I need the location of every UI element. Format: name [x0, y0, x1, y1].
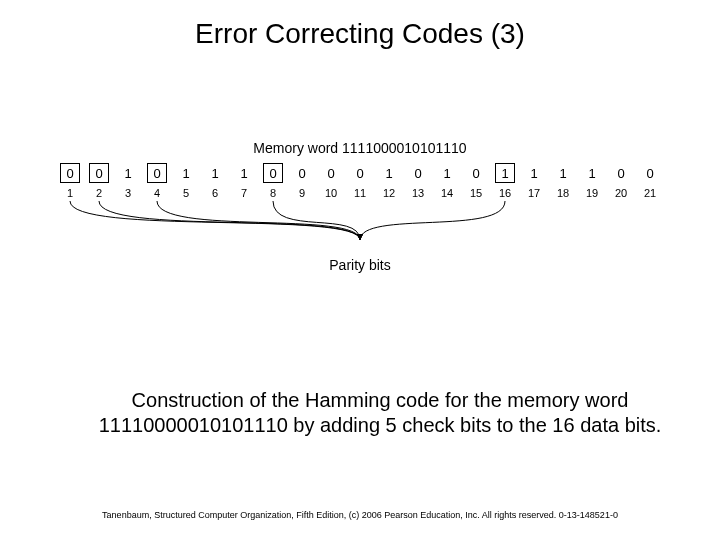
data-bit-value: 0 — [346, 162, 375, 184]
bit-index: 4 — [143, 187, 172, 199]
data-bit-value: 0 — [462, 162, 491, 184]
parity-bit-box: 0 — [60, 163, 80, 183]
data-bit-value: 0 — [317, 162, 346, 184]
data-bit-value: 0 — [636, 162, 665, 184]
bit-index: 6 — [201, 187, 230, 199]
bit-index: 9 — [288, 187, 317, 199]
bit-index: 18 — [549, 187, 578, 199]
data-bit-value: 1 — [201, 162, 230, 184]
data-bit-value: 1 — [578, 162, 607, 184]
bit-index: 8 — [259, 187, 288, 199]
bit-cell: 15 — [172, 162, 201, 199]
bit-index: 21 — [636, 187, 665, 199]
caption-text: Construction of the Hamming code for the… — [80, 388, 680, 438]
bit-index: 12 — [375, 187, 404, 199]
data-bit-value: 1 — [114, 162, 143, 184]
bit-index: 13 — [404, 187, 433, 199]
data-bit-value: 1 — [520, 162, 549, 184]
bit-index: 3 — [114, 187, 143, 199]
bit-cell: 118 — [549, 162, 578, 199]
bit-cell: 02 — [85, 162, 114, 199]
bit-cell: 04 — [143, 162, 172, 199]
parity-bit-box: 0 — [89, 163, 109, 183]
bit-index: 16 — [491, 187, 520, 199]
bit-cell: 117 — [520, 162, 549, 199]
bit-cell: 011 — [346, 162, 375, 199]
bit-index: 10 — [317, 187, 346, 199]
bit-cell: 13 — [114, 162, 143, 199]
bit-cell: 010 — [317, 162, 346, 199]
bit-cell: 114 — [433, 162, 462, 199]
data-bit-value: 1 — [549, 162, 578, 184]
parity-bit-box: 1 — [495, 163, 515, 183]
bit-index: 5 — [172, 187, 201, 199]
bit-cell: 17 — [230, 162, 259, 199]
bit-cell: 020 — [607, 162, 636, 199]
parity-bit-box: 0 — [263, 163, 283, 183]
bit-index: 19 — [578, 187, 607, 199]
data-bit-value: 1 — [375, 162, 404, 184]
bit-index: 11 — [346, 187, 375, 199]
bit-cell: 116 — [491, 162, 520, 199]
bit-cell: 112 — [375, 162, 404, 199]
bit-cell: 021 — [636, 162, 665, 199]
bit-index: 15 — [462, 187, 491, 199]
bit-cell: 01 — [56, 162, 85, 199]
bit-cell: 015 — [462, 162, 491, 199]
parity-bit-box: 0 — [147, 163, 167, 183]
parity-arrows — [50, 140, 670, 260]
bit-index: 20 — [607, 187, 636, 199]
data-bit-value: 0 — [404, 162, 433, 184]
footer-text: Tanenbaum, Structured Computer Organizat… — [0, 510, 720, 520]
figure: Memory word 1111000010101110 01021304151… — [50, 140, 670, 273]
bit-cell: 119 — [578, 162, 607, 199]
data-bit-value: 1 — [172, 162, 201, 184]
bit-row: 0102130415161708090100111120131140151161… — [50, 162, 670, 199]
bit-index: 17 — [520, 187, 549, 199]
data-bit-value: 0 — [607, 162, 636, 184]
bit-index: 7 — [230, 187, 259, 199]
parity-bits-label: Parity bits — [50, 257, 670, 273]
bit-index: 2 — [85, 187, 114, 199]
bit-cell: 013 — [404, 162, 433, 199]
bit-cell: 16 — [201, 162, 230, 199]
data-bit-value: 0 — [288, 162, 317, 184]
bit-index: 1 — [56, 187, 85, 199]
bit-cell: 08 — [259, 162, 288, 199]
bit-index: 14 — [433, 187, 462, 199]
data-bit-value: 1 — [433, 162, 462, 184]
bit-cell: 09 — [288, 162, 317, 199]
memory-word-label: Memory word 1111000010101110 — [50, 140, 670, 156]
page-title: Error Correcting Codes (3) — [0, 0, 720, 50]
data-bit-value: 1 — [230, 162, 259, 184]
